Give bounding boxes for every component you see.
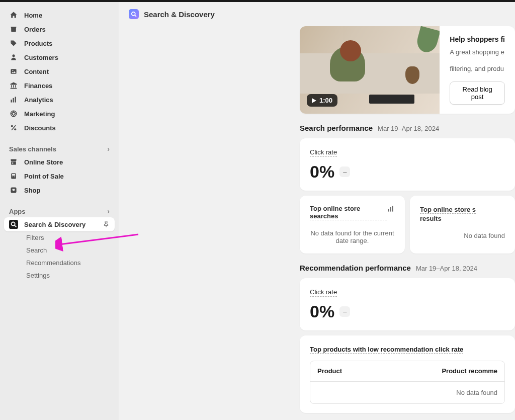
hero-desc-2: filtering, and produ [450, 65, 505, 72]
apps-header[interactable]: Apps › [4, 205, 115, 217]
metric-label: Click rate [310, 148, 337, 157]
subnav-search[interactable]: Search [4, 244, 115, 257]
rec-click-rate-card: Click rate 0% – [300, 278, 515, 330]
svg-rect-3 [11, 100, 12, 103]
stat-title-1: Top online store s [420, 206, 476, 214]
store-icon [9, 157, 18, 166]
nav-shop[interactable]: Shop [4, 183, 115, 197]
nav-label: Marketing [24, 110, 55, 118]
card-title: Top products with low recommendation cli… [310, 346, 463, 354]
image-icon [9, 67, 18, 76]
bars-icon [9, 95, 18, 104]
svg-point-0 [12, 54, 15, 57]
person-icon [9, 53, 18, 62]
svg-rect-1 [11, 69, 16, 74]
metric-delta: – [339, 306, 350, 317]
section-title: Recommendation performance [300, 264, 411, 272]
section-label: Apps [9, 208, 26, 215]
bank-icon [9, 81, 18, 90]
nav-label: Search & Discovery [24, 221, 85, 228]
recommendation-performance-header: Recommendation performance Mar 19–Apr 18… [300, 264, 515, 272]
read-blog-post-button[interactable]: Read blog post [450, 81, 505, 105]
nav-home[interactable]: Home [4, 8, 115, 22]
nav-analytics[interactable]: Analytics [4, 93, 115, 107]
svg-rect-5 [15, 97, 16, 102]
pos-icon [9, 172, 18, 181]
no-data-message: No data found [310, 382, 504, 403]
metric-delta: – [339, 166, 350, 177]
hero-title: Help shoppers fi [450, 35, 505, 43]
nav-label: Point of Sale [24, 173, 64, 180]
bar-chart-icon[interactable] [387, 205, 395, 213]
sales-channels-header[interactable]: Sales channels › [4, 143, 115, 155]
sidebar: Home Orders Products Customers Content [0, 2, 119, 420]
svg-point-12 [13, 177, 14, 178]
video-duration: 1:00 [319, 97, 332, 104]
svg-point-13 [14, 177, 15, 178]
page-header: Search & Discovery [119, 2, 515, 26]
chevron-right-icon: › [107, 207, 110, 215]
target-icon [9, 109, 18, 118]
date-range: Mar 19–Apr 18, 2024 [378, 125, 439, 132]
nav-marketing[interactable]: Marketing [4, 107, 115, 121]
hero-card: 1:00 Help shoppers fi A great shopping e… [300, 26, 515, 114]
tag-icon [9, 39, 18, 48]
svg-rect-19 [390, 207, 391, 212]
search-app-icon [9, 220, 18, 229]
nav-app-search-discovery[interactable]: Search & Discovery [4, 217, 115, 231]
top-searches-card: Top online store searches No data found … [300, 196, 405, 254]
hero-video-thumbnail[interactable]: 1:00 [300, 26, 440, 114]
nav-label: Discounts [24, 124, 56, 132]
orders-icon [9, 25, 18, 34]
nav-label: Customers [24, 54, 58, 61]
section-label: Sales channels [9, 145, 56, 153]
low-click-products-card: Top products with low recommendation cli… [300, 335, 515, 413]
metric-value: 0% [310, 302, 334, 321]
chevron-right-icon: › [107, 145, 110, 153]
percent-icon [9, 123, 18, 132]
stat-title-2: results [420, 215, 442, 222]
nav-label: Finances [24, 82, 52, 90]
nav-label: Orders [24, 26, 46, 33]
search-stat-row: Top online store searches No data found … [300, 196, 515, 254]
nav-content[interactable]: Content [4, 64, 115, 78]
nav-point-of-sale[interactable]: Point of Sale [4, 169, 115, 183]
duration-badge: 1:00 [307, 94, 337, 107]
nav-discounts[interactable]: Discounts [4, 121, 115, 135]
no-data-message: No data found [420, 232, 505, 239]
svg-rect-20 [392, 206, 393, 211]
svg-rect-18 [388, 209, 389, 212]
nav-label: Shop [24, 187, 41, 194]
nav-products[interactable]: Products [4, 36, 115, 50]
top-no-results-card: Top online store s results No data found [410, 196, 515, 254]
content-wrap: 1:00 Help shoppers fi A great shopping e… [119, 26, 515, 420]
nav-customers[interactable]: Customers [4, 50, 115, 64]
stat-title: Top online store searches [310, 205, 387, 220]
subnav-filters[interactable]: Filters [4, 231, 115, 244]
no-data-message: No data found for the current date range… [310, 229, 395, 244]
nav-orders[interactable]: Orders [4, 22, 115, 36]
svg-point-2 [12, 70, 13, 71]
hero-text: Help shoppers fi A great shopping e filt… [440, 26, 515, 114]
svg-point-17 [132, 12, 135, 16]
shop-icon [9, 186, 18, 195]
metric-value-row: 0% – [310, 302, 505, 321]
nav-label: Home [24, 12, 42, 19]
search-performance-header: Search performance Mar 19–Apr 18, 2024 [300, 124, 515, 132]
products-table: Product Product recomme No data found [310, 361, 505, 404]
hero-desc-1: A great shopping e [450, 48, 505, 56]
pin-icon[interactable] [103, 221, 110, 228]
table-header: Product Product recomme [310, 361, 504, 382]
svg-point-8 [11, 125, 13, 127]
subnav-settings[interactable]: Settings [4, 269, 115, 282]
svg-rect-4 [13, 98, 14, 103]
metric-value-row: 0% – [310, 162, 505, 182]
app-badge-icon [129, 9, 139, 19]
nav-finances[interactable]: Finances [4, 78, 115, 93]
section-title: Search performance [300, 124, 373, 132]
subnav-recommendations[interactable]: Recommendations [4, 257, 115, 269]
nav-online-store[interactable]: Online Store [4, 155, 115, 169]
play-icon [312, 98, 316, 103]
th-recommend: Product recomme [442, 367, 497, 375]
svg-rect-15 [9, 220, 18, 229]
